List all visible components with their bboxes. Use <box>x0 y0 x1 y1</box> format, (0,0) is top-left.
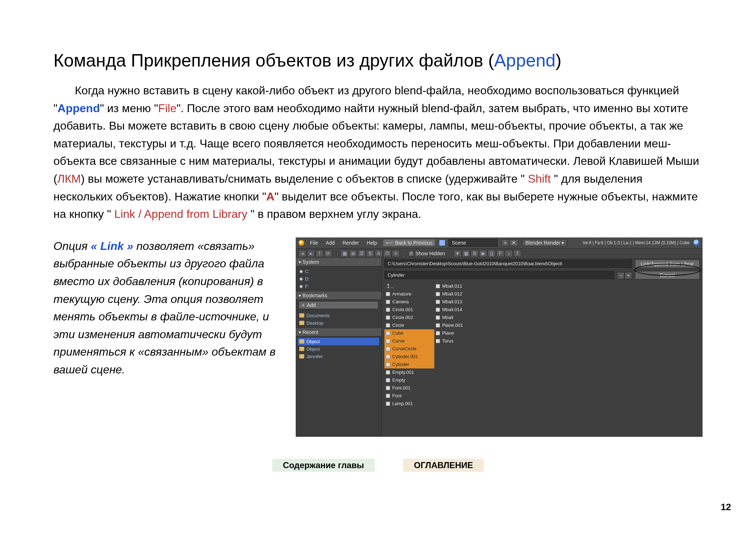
list-item[interactable] <box>434 345 484 353</box>
list-item[interactable]: Plane.001 <box>434 321 484 329</box>
globe-icon[interactable] <box>693 240 700 246</box>
file-sidebar: ▾ System ◉C: ◉D: ◉F: ▾ Bookmarks +Add Do… <box>296 258 382 437</box>
list-item[interactable]: Lamp.001 <box>384 400 434 408</box>
filter-sound-icon[interactable]: ♪ <box>505 250 513 257</box>
menu-help[interactable]: Help <box>364 239 379 246</box>
filter-font-icon[interactable]: F <box>496 250 504 257</box>
object-icon <box>386 308 390 312</box>
checkbox-icon: ✓ <box>408 251 414 256</box>
bookmark-documents[interactable]: Documents <box>298 312 379 319</box>
list-item[interactable]: Armature <box>384 290 434 298</box>
list-item[interactable] <box>434 392 484 400</box>
sidebar-recent-header[interactable]: ▾ Recent <box>296 328 381 336</box>
list-item[interactable]: Mball.012 <box>434 290 484 298</box>
sort-size-icon[interactable]: ≡ <box>392 250 400 257</box>
filter-funnel-icon[interactable]: ▼ <box>454 250 461 257</box>
show-hidden-toggle[interactable]: ✓ Show Hidden <box>408 251 445 256</box>
list-item[interactable]: Empty <box>384 376 434 384</box>
list-item[interactable]: Mball <box>434 314 484 321</box>
filter-img-icon[interactable]: ▦ <box>462 250 470 257</box>
file-list: ↥..Mball.011ArmatureMball.012CameraMball… <box>382 281 703 437</box>
object-icon <box>386 300 390 304</box>
list-item[interactable] <box>434 353 484 361</box>
object-icon <box>386 331 390 335</box>
drive-c[interactable]: ◉C: <box>298 268 379 275</box>
zoom-in-button[interactable]: + <box>625 272 632 279</box>
scene-name-field[interactable]: Scene <box>449 239 498 247</box>
view-detail-icon[interactable]: ☰ <box>358 250 366 257</box>
kw-shift: Shift <box>528 172 551 185</box>
list-item[interactable]: ↥.. <box>384 282 434 290</box>
toc-link[interactable]: ОГЛАВЛЕНИЕ <box>403 459 484 472</box>
list-item[interactable]: Font <box>384 392 434 400</box>
filter-text-icon[interactable]: T <box>513 250 521 257</box>
list-item[interactable] <box>434 368 484 376</box>
list-item[interactable] <box>434 376 484 384</box>
nav-back-icon[interactable]: ◂ <box>299 250 306 257</box>
render-engine-select[interactable]: Blender Render ▾ <box>522 239 567 247</box>
list-item[interactable]: CurveCircle <box>384 345 434 353</box>
list-item[interactable]: Circle <box>384 321 434 329</box>
list-item[interactable]: Empty.001 <box>384 368 434 376</box>
scene-add-button[interactable]: + <box>501 239 509 246</box>
object-icon <box>436 323 440 328</box>
list-item[interactable]: Font.001 <box>384 384 434 392</box>
zoom-out-button[interactable]: − <box>617 272 625 279</box>
menu-render[interactable]: Render <box>340 239 361 246</box>
list-item[interactable]: Circle.002 <box>384 314 434 321</box>
nav-up-icon[interactable]: ⭡ <box>316 250 323 257</box>
drive-f[interactable]: ◉F: <box>298 283 379 290</box>
chapter-contents-link[interactable]: Содержание главы <box>272 459 375 472</box>
disk-icon: ◉ <box>299 276 303 281</box>
sidebar-bookmarks-header[interactable]: ▾ Bookmarks <box>296 292 381 300</box>
sidebar-system-header[interactable]: ▾ System <box>296 258 381 266</box>
list-item[interactable]: Camera <box>384 298 434 306</box>
object-icon <box>386 370 390 375</box>
list-item[interactable]: Mball.014 <box>434 306 484 314</box>
cancel-button[interactable]: Cancel <box>635 271 700 279</box>
scene-delete-button[interactable]: ✕ <box>509 239 518 246</box>
recent-object[interactable]: Object <box>298 345 379 353</box>
list-item[interactable]: Cylinder.001 <box>384 353 434 361</box>
menu-add[interactable]: Add <box>324 239 337 246</box>
nav-fwd-icon[interactable]: ▸ <box>307 250 315 257</box>
filter-input[interactable] <box>384 271 614 279</box>
list-item[interactable]: Cylinder <box>384 361 434 368</box>
sort-icon[interactable]: ⇅ <box>366 250 374 257</box>
path-input[interactable] <box>384 260 632 268</box>
sort-time-icon[interactable]: ⏱ <box>383 250 391 257</box>
object-icon <box>436 292 440 296</box>
drive-d[interactable]: ◉D: <box>298 275 379 283</box>
list-item[interactable]: Cube <box>384 329 434 337</box>
link-append-button[interactable]: Link/Append from Librar <box>635 260 700 268</box>
file-area: Link/Append from Librar −+ Cancel ↥..Mba… <box>382 258 703 437</box>
view-thumb-icon[interactable]: ▦ <box>341 250 348 257</box>
folder-icon <box>299 313 304 318</box>
filter-movie-icon[interactable]: ▶ <box>479 250 487 257</box>
disk-icon: ◉ <box>299 269 303 274</box>
back-arrow-icon: ⟵ <box>386 240 393 246</box>
recent-object-selected[interactable]: Object <box>298 338 379 345</box>
object-icon <box>386 347 390 351</box>
list-item[interactable]: Circle.001 <box>384 306 434 314</box>
list-item[interactable]: Mball.013 <box>434 298 484 306</box>
scene-icon <box>439 240 445 246</box>
list-item[interactable] <box>434 361 484 368</box>
nav-refresh-icon[interactable]: ⟳ <box>324 250 332 257</box>
back-to-previous-button[interactable]: ⟵ Back to Previous <box>383 239 436 247</box>
menu-file[interactable]: File <box>308 239 320 246</box>
filter-blend-icon[interactable]: B <box>471 250 478 257</box>
recent-jennifer[interactable]: Jennifer <box>298 353 379 360</box>
add-bookmark-button[interactable]: +Add <box>299 301 378 309</box>
list-item[interactable] <box>434 384 484 392</box>
list-item[interactable]: Curve <box>384 337 434 345</box>
list-item[interactable]: Mball.011 <box>434 282 484 290</box>
view-list-icon[interactable]: ≣ <box>349 250 357 257</box>
sort-alpha-icon[interactable]: A <box>375 250 383 257</box>
folder-icon <box>299 321 304 325</box>
bookmark-desktop[interactable]: Desktop <box>298 319 379 327</box>
filter-script-icon[interactable]: {} <box>488 250 496 257</box>
list-item[interactable] <box>434 400 484 408</box>
list-item[interactable]: Torus <box>434 337 484 345</box>
list-item[interactable]: Plane <box>434 329 484 337</box>
